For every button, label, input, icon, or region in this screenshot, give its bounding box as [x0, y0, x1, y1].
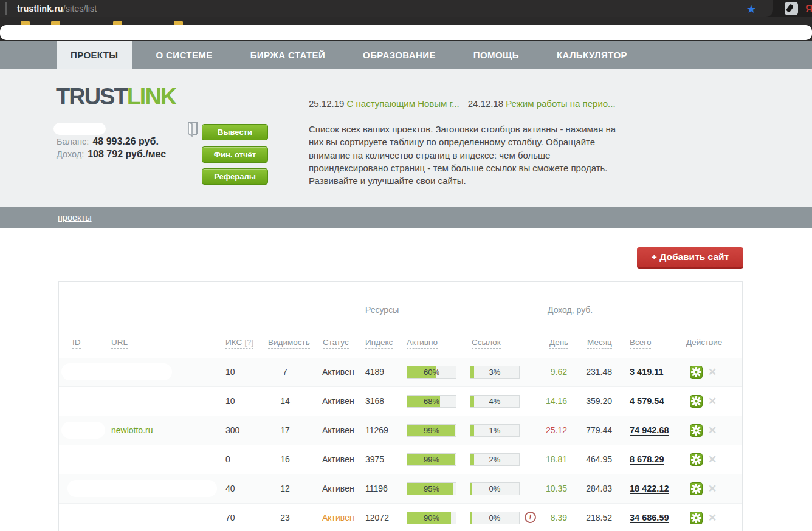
iks-link[interactable]: 300: [225, 416, 239, 445]
text-caret: [5, 2, 7, 15]
referrals-button[interactable]: Рефералы: [202, 168, 268, 185]
progress-label: 60%: [407, 366, 456, 378]
nav-tab-4[interactable]: ПОМОЩЬ: [459, 41, 533, 69]
table-row: 107Активен418960%3%9.62231.483 419.11✕: [59, 358, 742, 386]
delete-site-icon[interactable]: ✕: [708, 387, 717, 416]
trustlink-logo[interactable]: TRUSTLINK: [56, 84, 176, 110]
column-label: URL: [111, 338, 128, 347]
column-label: ИКС: [225, 338, 242, 347]
group-header-income: Доход, руб.: [548, 305, 593, 315]
table-row: 016Активен397599%2%18.81464.958 678.29✕: [59, 445, 742, 474]
delete-site-icon[interactable]: ✕: [708, 416, 717, 445]
column-header-10[interactable]: Всего: [630, 338, 651, 349]
nav-tab-1[interactable]: О СИСТЕМЕ: [142, 41, 226, 69]
progress-bar: 68%: [407, 395, 456, 408]
progress-label: 90%: [407, 512, 456, 524]
income-total-link[interactable]: 8 678.29: [630, 445, 664, 474]
column-label: Действие: [686, 338, 722, 347]
settings-gear-icon[interactable]: [690, 366, 703, 379]
username-redaction: [53, 123, 106, 135]
projects-table: Ресурсы Доход, руб. IDURLИКС[?]Видимость…: [58, 281, 743, 531]
table-row: 4012Активен1119695%0%10.35284.8318 422.1…: [59, 474, 742, 503]
income-total-link[interactable]: 3 419.11: [630, 358, 664, 386]
column-header-9[interactable]: Месяц: [587, 338, 612, 349]
group-header-resources: Ресурсы: [365, 305, 399, 315]
yandex-icon[interactable]: Я: [805, 2, 812, 16]
iks-link[interactable]: 40: [225, 474, 235, 503]
breadcrumb-projects-link[interactable]: проекты: [58, 207, 92, 228]
column-header-7[interactable]: Ссылок: [472, 338, 501, 349]
income-total-link[interactable]: 74 942.68: [630, 416, 669, 445]
income-day-value: 8.39: [531, 504, 567, 531]
progress-label: 4%: [470, 396, 519, 407]
group-rule: [545, 323, 680, 323]
news-date: 24.12.18: [468, 98, 503, 109]
index-link[interactable]: 3168: [365, 387, 384, 416]
page-url[interactable]: trustlink.ru/sites/list: [17, 0, 97, 17]
iks-link[interactable]: 10: [225, 358, 235, 386]
logout-icon[interactable]: [184, 119, 200, 140]
column-header-0[interactable]: ID: [72, 338, 81, 349]
column-header-5[interactable]: Индекс: [365, 338, 393, 349]
site-url-link[interactable]: newlotto.ru: [111, 416, 153, 445]
delete-site-icon[interactable]: ✕: [708, 445, 717, 474]
nav-tab-projects[interactable]: ПРОЕКТЫ: [57, 41, 132, 69]
status-value: Активен: [322, 416, 354, 445]
income-total-link[interactable]: 18 422.12: [630, 474, 669, 503]
income-label: Доход:: [57, 149, 84, 159]
extension-icon[interactable]: [785, 2, 798, 15]
visibility-value: 7: [263, 358, 307, 386]
income-total-link[interactable]: 4 579.54: [630, 387, 664, 416]
balance-value: 48 993.26 руб.: [92, 136, 158, 146]
help-icon[interactable]: [?]: [244, 338, 253, 347]
table-row: newlotto.ru30017Активен1126999%1%25.1277…: [59, 416, 742, 445]
column-header-6[interactable]: Активно: [407, 338, 438, 349]
progress-label: 0%: [470, 483, 519, 495]
visibility-value: 12: [263, 474, 307, 503]
withdraw-button[interactable]: Вывести: [202, 124, 268, 140]
delete-site-icon[interactable]: ✕: [708, 358, 717, 386]
visibility-value: 14: [263, 387, 307, 416]
status-value: Активен: [322, 387, 354, 416]
index-link[interactable]: 4189: [365, 358, 384, 386]
nav-tab-5[interactable]: КАЛЬКУЛЯТОР: [543, 41, 641, 69]
column-header-8[interactable]: День: [549, 338, 568, 349]
settings-gear-icon[interactable]: [690, 512, 703, 524]
nav-tab-3[interactable]: ОБРАЗОВАНИЕ: [349, 41, 450, 69]
settings-gear-icon[interactable]: [690, 453, 703, 466]
news-link[interactable]: С наступающим Новым г...: [347, 98, 459, 109]
iks-link[interactable]: 10: [225, 387, 235, 416]
progress-label: 99%: [407, 454, 456, 465]
column-header-1[interactable]: URL: [111, 338, 128, 349]
index-link[interactable]: 11196: [365, 474, 388, 503]
column-label: Месяц: [587, 338, 612, 347]
fin-report-button[interactable]: Фин. отчёт: [202, 146, 268, 163]
iks-link[interactable]: 0: [225, 445, 230, 474]
visibility-value: 23: [263, 504, 307, 531]
address-field[interactable]: trustlink.ru/sites/list ★: [0, 0, 773, 17]
delete-site-icon[interactable]: ✕: [708, 474, 717, 503]
settings-gear-icon[interactable]: [690, 482, 703, 495]
index-link[interactable]: 12072: [365, 504, 389, 531]
iks-link[interactable]: 70: [225, 504, 235, 531]
news-link[interactable]: Режим работы на перио...: [506, 98, 615, 109]
index-link[interactable]: 11269: [365, 416, 388, 445]
column-header-2[interactable]: ИКС[?]: [225, 338, 253, 349]
balance-row: Баланс:48 993.26 руб.: [57, 136, 159, 147]
progress-label: 3%: [470, 366, 519, 378]
delete-site-icon[interactable]: ✕: [708, 504, 717, 531]
income-total-link[interactable]: 34 686.59: [630, 504, 669, 531]
income-month-value: 218.52: [573, 504, 612, 531]
settings-gear-icon[interactable]: [690, 424, 703, 437]
income-month-value: 231.48: [573, 358, 612, 386]
settings-gear-icon[interactable]: [690, 395, 703, 408]
index-link[interactable]: 3975: [365, 445, 384, 474]
column-header-3[interactable]: Видимость: [268, 338, 310, 349]
add-site-button[interactable]: + Добавить сайт: [637, 247, 743, 269]
column-header-4[interactable]: Статус: [323, 338, 349, 349]
bookmark-star-icon[interactable]: ★: [746, 1, 756, 18]
income-month-value: 464.95: [573, 445, 612, 474]
income-value: 108 792 руб./мес: [88, 149, 166, 159]
nav-tab-2[interactable]: БИРЖА СТАТЕЙ: [236, 41, 339, 69]
income-day-value: 14.16: [531, 387, 567, 416]
